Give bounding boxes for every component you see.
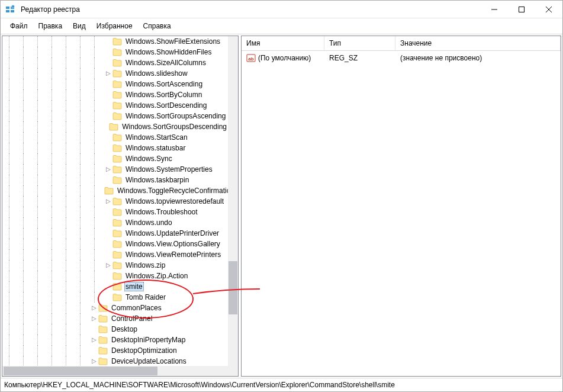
tree-node-label: Windows.ViewRemotePrinters [124,250,222,259]
menu-edit[interactable]: Правка [34,21,67,31]
folder-icon [109,123,118,131]
column-header-value[interactable]: Значение [395,36,561,50]
tree-node[interactable]: Windows.undo [2,217,228,228]
tree-node[interactable]: Windows.UpdatePrinterDriver [2,228,228,239]
tree-node[interactable]: ▷DeviceUpdateLocations [2,356,228,366]
tree-node-label: Windows.slideshow [124,69,189,78]
tree-node[interactable]: Windows.statusbar [2,143,228,153]
expander-icon[interactable]: ▷ [90,313,98,324]
tree-node-label: Windows.View.OptionsGallery [124,240,221,248]
tree-node-label: Windows.ShowFileExtensions [124,37,221,46]
tree-node[interactable]: Windows.StartScan [2,132,228,143]
menu-help[interactable]: Справка [139,21,176,31]
content-area: Windows.ShowFileExtensionsWindows.ShowHi… [1,34,562,378]
menubar: Файл Правка Вид Избранное Справка [1,18,562,34]
tree-node-label: Windows.SortGroupsDescending [121,123,228,131]
tree-node[interactable]: Windows.SortAscending [2,79,228,89]
svg-text:ab: ab [248,56,253,62]
expander-icon[interactable]: ▷ [90,335,98,345]
value-type: REG_SZ [324,53,395,63]
expander-icon[interactable]: ▷ [90,356,98,366]
tree-node[interactable]: Windows.SortGroupsAscending [2,111,228,121]
tree-node[interactable]: Windows.Sync [2,153,228,164]
tree-node[interactable]: DesktopOptimization [2,345,228,356]
tree-node[interactable]: Windows.SortDescending [2,100,228,111]
expander-icon[interactable]: ▷ [90,303,98,313]
column-header-name[interactable]: Имя [242,36,324,50]
tree-node[interactable]: ▷Windows.topviewrestoredefault [2,196,228,207]
tree-node[interactable]: Windows.View.OptionsGallery [2,239,228,249]
tree-node[interactable]: Windows.SortByColumn [2,89,228,100]
tree-node[interactable]: ▷Windows.zip [2,260,228,271]
folder-icon [98,336,108,344]
tree-node-label: Desktop [110,325,139,333]
tree-node-label: Windows.ShowHiddenFiles [124,48,213,56]
minimize-button[interactable] [481,1,508,18]
close-button[interactable] [535,1,562,18]
expander-icon[interactable]: ▷ [104,164,112,175]
folder-icon [112,250,122,259]
folder-icon [104,187,114,195]
folder-icon [98,325,108,333]
tree-node[interactable]: Windows.ShowFileExtensions [2,36,228,47]
tree-node[interactable]: ▷CommonPlaces [2,303,228,313]
window-title: Редактор реестра [20,5,481,14]
folder-icon [112,91,122,99]
folder-icon [98,304,108,312]
tree-node[interactable]: Windows.ToggleRecycleConfirmations [2,185,228,196]
tree-node-label: Windows.Zip.Action [124,272,189,280]
folder-icon [112,69,122,78]
tree-node[interactable]: ▷Windows.SystemProperties [2,164,228,175]
folder-icon [112,293,122,301]
menu-file[interactable]: Файл [5,21,33,31]
svg-point-4 [12,5,15,8]
expander-icon[interactable]: ▷ [104,260,112,271]
tree-node[interactable]: Windows.ShowHiddenFiles [2,47,228,57]
folder-icon [112,165,122,173]
maximize-button[interactable] [508,1,535,18]
tree-node[interactable]: Desktop [2,324,228,335]
folder-icon [98,346,108,355]
folder-icon [112,219,122,227]
tree-node[interactable]: Windows.SortGroupsDescending [2,121,228,132]
folder-icon [112,240,122,248]
tree-vertical-scrollbar[interactable] [228,36,238,366]
tree-node[interactable]: Windows.Troubleshoot [2,207,228,217]
tree-node-label: Windows.ToggleRecycleConfirmations [116,187,228,195]
tree-node[interactable]: Windows.Zip.Action [2,271,228,281]
registry-tree-pane: Windows.ShowFileExtensionsWindows.ShowHi… [2,36,239,377]
registry-values-pane: Имя Тип Значение ab (По умолчанию) REG_S… [241,36,561,377]
tree-node[interactable]: ▷DesktopIniPropertyMap [2,335,228,345]
tree-node-label: Windows.UpdatePrinterDriver [124,229,220,237]
expander-icon[interactable]: ▷ [104,68,112,79]
tree-node-label: DesktopOptimization [110,346,178,355]
expander-icon[interactable]: ▷ [104,196,112,207]
regedit-icon [5,5,15,14]
folder-icon [112,282,122,291]
registry-tree[interactable]: Windows.ShowFileExtensionsWindows.ShowHi… [2,36,228,366]
window-controls [481,1,562,18]
menu-view[interactable]: Вид [68,21,91,31]
tree-node-label: Windows.SortAscending [124,80,204,88]
titlebar: Редактор реестра [1,1,562,18]
column-header-type[interactable]: Тип [324,36,395,50]
tree-node[interactable]: Windows.taskbarpin [2,175,228,185]
tree-node-label: Tomb Raider [124,293,167,301]
menu-favorites[interactable]: Избранное [92,21,137,31]
folder-icon [112,176,122,184]
tree-node[interactable]: ▷Windows.slideshow [2,68,228,79]
tree-node-label: Windows.taskbarpin [124,176,190,184]
tree-horizontal-scrollbar[interactable] [2,366,228,376]
tree-node-label: CommonPlaces [110,304,163,312]
tree-node-label: Windows.undo [124,219,173,227]
tree-node[interactable]: Windows.SizeAllColumns [2,57,228,68]
folder-icon [112,208,122,216]
tree-node[interactable]: Windows.ViewRemotePrinters [2,249,228,260]
tree-node[interactable]: smite [2,281,228,292]
folder-icon [112,155,122,163]
tree-node-label: Windows.SizeAllColumns [124,59,207,67]
folder-icon [98,314,108,323]
tree-node[interactable]: Tomb Raider [2,292,228,303]
tree-node[interactable]: ▷ControlPanel [2,313,228,324]
value-row[interactable]: ab (По умолчанию) REG_SZ (значение не пр… [242,51,561,65]
